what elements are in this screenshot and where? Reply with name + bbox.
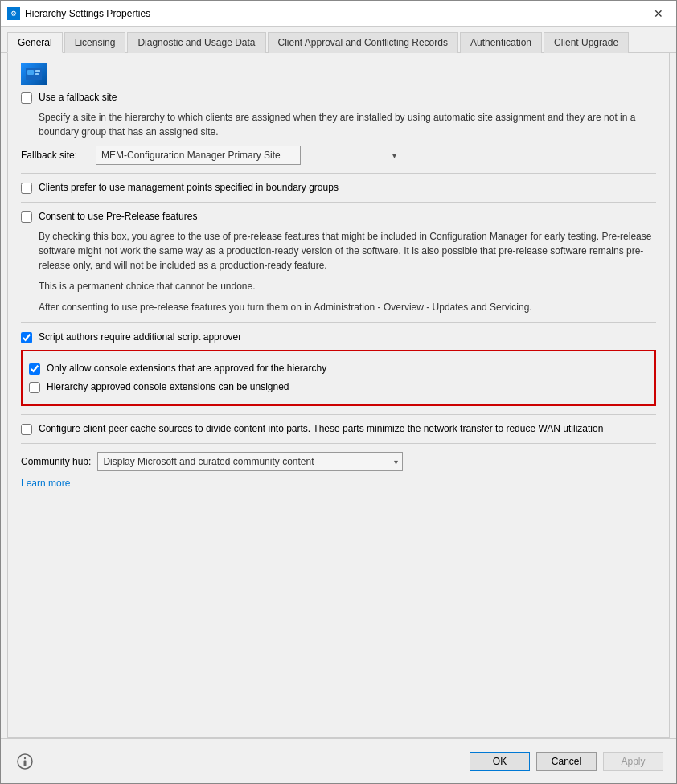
fallback-site-description: Specify a site in the hierarchy to which… bbox=[39, 110, 656, 139]
pre-release-description-1: By checking this box, you agree to the u… bbox=[39, 229, 656, 273]
tab-licensing[interactable]: Licensing bbox=[64, 32, 126, 53]
hierarchy-unsigned-row: Hierarchy approved console extensions ca… bbox=[29, 381, 648, 393]
console-extensions-row: Only allow console extensions that are a… bbox=[29, 363, 648, 375]
script-approver-row: Script authors require additional script… bbox=[21, 331, 656, 343]
fallback-site-field-row: Fallback site: MEM-Configuration Manager… bbox=[21, 146, 656, 165]
fallback-site-dropdown-wrapper: MEM-Configuration Manager Primary Site bbox=[96, 146, 401, 165]
separator-3 bbox=[21, 322, 656, 323]
tab-general[interactable]: General bbox=[7, 32, 63, 53]
cancel-button[interactable]: Cancel bbox=[536, 752, 597, 771]
community-hub-field-row: Community hub: Display Microsoft and cur… bbox=[21, 452, 656, 471]
ok-button[interactable]: OK bbox=[470, 752, 530, 771]
app-icon: ⚙ bbox=[7, 7, 20, 20]
separator-5 bbox=[21, 443, 656, 444]
console-extensions-label: Only allow console extensions that are a… bbox=[47, 363, 326, 374]
management-points-row: Clients prefer to use management points … bbox=[21, 182, 656, 194]
separator-1 bbox=[21, 173, 656, 174]
title-bar: ⚙ Hierarchy Settings Properties ✕ bbox=[1, 1, 676, 27]
help-icon[interactable] bbox=[14, 750, 36, 773]
community-hub-dropdown[interactable]: Display Microsoft and curated community … bbox=[97, 452, 403, 471]
pre-release-description-3: After consenting to use pre-release feat… bbox=[39, 300, 656, 314]
hierarchy-unsigned-checkbox[interactable] bbox=[29, 382, 40, 393]
learn-more-link[interactable]: Learn more bbox=[21, 478, 70, 489]
bottom-spacer bbox=[21, 489, 656, 537]
title-bar-left: ⚙ Hierarchy Settings Properties bbox=[7, 7, 150, 20]
pre-release-checkbox[interactable] bbox=[21, 211, 32, 223]
fallback-site-field-label: Fallback site: bbox=[21, 150, 89, 161]
fallback-site-label: Use a fallback site bbox=[39, 92, 117, 103]
console-extensions-checkbox[interactable] bbox=[29, 363, 40, 375]
close-button[interactable]: ✕ bbox=[647, 5, 670, 23]
pre-release-description-2: This is a permanent choice that cannot b… bbox=[39, 279, 656, 293]
learn-more-row: Learn more bbox=[21, 478, 656, 489]
peer-cache-label: Configure client peer cache sources to d… bbox=[39, 423, 603, 434]
fallback-site-dropdown[interactable]: MEM-Configuration Manager Primary Site bbox=[96, 146, 301, 165]
svg-point-7 bbox=[24, 757, 26, 758]
apply-button[interactable]: Apply bbox=[603, 752, 663, 771]
hierarchy-unsigned-label: Hierarchy approved console extensions ca… bbox=[47, 381, 289, 392]
tab-diagnostic[interactable]: Diagnostic and Usage Data bbox=[127, 32, 265, 53]
tab-client-upgrade[interactable]: Client Upgrade bbox=[544, 32, 629, 53]
management-points-checkbox[interactable] bbox=[21, 183, 32, 194]
fallback-site-checkbox[interactable] bbox=[21, 92, 32, 104]
bottom-left bbox=[14, 750, 463, 773]
fallback-site-row: Use a fallback site bbox=[21, 92, 656, 104]
pre-release-label: Consent to use Pre-Release features bbox=[39, 211, 197, 222]
management-points-label: Clients prefer to use management points … bbox=[39, 182, 338, 193]
content-area: Use a fallback site Specify a site in th… bbox=[7, 53, 670, 738]
tab-authentication[interactable]: Authentication bbox=[460, 32, 542, 53]
separator-4 bbox=[21, 414, 656, 415]
window-title: Hierarchy Settings Properties bbox=[25, 8, 150, 19]
script-approver-label: Script authors require additional script… bbox=[39, 331, 241, 343]
dialog-window: ⚙ Hierarchy Settings Properties ✕ Genera… bbox=[0, 0, 677, 784]
svg-rect-4 bbox=[35, 70, 40, 72]
script-approver-checkbox[interactable] bbox=[21, 332, 32, 343]
svg-rect-8 bbox=[24, 760, 27, 766]
community-hub-dropdown-wrapper: Display Microsoft and curated community … bbox=[97, 452, 403, 471]
section-icon bbox=[21, 63, 47, 85]
peer-cache-checkbox[interactable] bbox=[21, 424, 32, 435]
peer-cache-row: Configure client peer cache sources to d… bbox=[21, 423, 656, 435]
tabs-bar: General Licensing Diagnostic and Usage D… bbox=[1, 27, 676, 53]
pre-release-row: Consent to use Pre-Release features bbox=[21, 211, 656, 223]
community-hub-label: Community hub: bbox=[21, 456, 91, 467]
svg-text:⚙: ⚙ bbox=[10, 10, 17, 18]
separator-2 bbox=[21, 202, 656, 203]
tab-client-approval[interactable]: Client Approval and Conflicting Records bbox=[268, 32, 458, 53]
console-extensions-box: Only allow console extensions that are a… bbox=[21, 350, 656, 406]
svg-rect-3 bbox=[27, 70, 34, 75]
bottom-bar: OK Cancel Apply bbox=[1, 738, 676, 783]
svg-rect-5 bbox=[35, 73, 39, 75]
